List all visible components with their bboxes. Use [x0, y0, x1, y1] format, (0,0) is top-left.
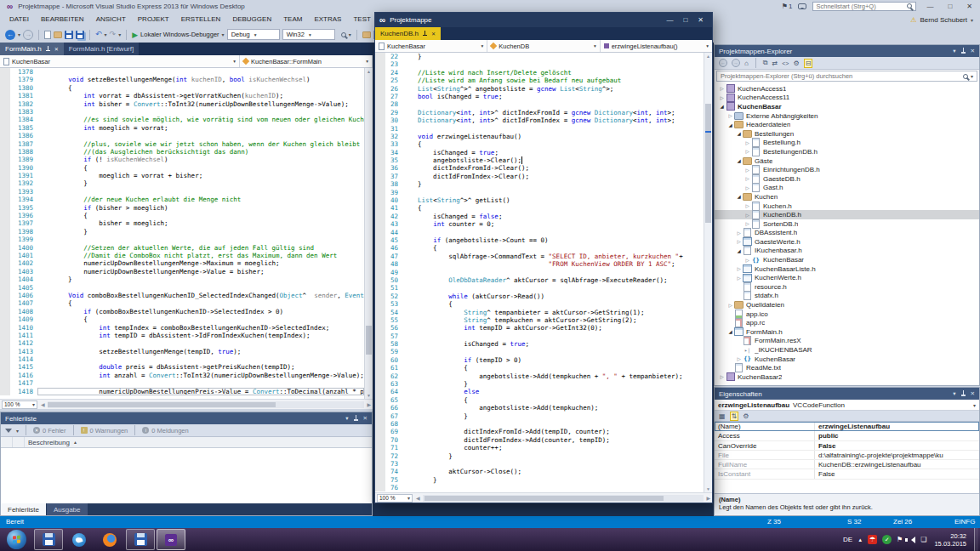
pending-changes-icon[interactable]: ⧉ — [763, 59, 768, 67]
chevron-down-icon[interactable]: ▾ — [953, 390, 955, 397]
scroll-left-icon[interactable]: ◀ — [414, 495, 422, 501]
scrollbar-thumb[interactable] — [366, 326, 372, 355]
tree-item[interactable]: ▷EinrichtungenDB.h — [715, 165, 979, 174]
code-line[interactable]: 1395 if (bisher > moeglich) — [0, 204, 364, 212]
taskbar-app-thunderbird[interactable] — [65, 529, 94, 550]
feedback-icon[interactable] — [798, 3, 806, 9]
chevron-down-icon[interactable]: ▾ — [345, 415, 348, 422]
back-dropdown-icon[interactable]: ▾ — [18, 31, 20, 37]
collapsed-arrow-icon[interactable]: ▷ — [718, 374, 726, 379]
tab-ausgabe[interactable]: Ausgabe — [47, 503, 88, 515]
code-line[interactable]: 1380 { — [0, 84, 364, 92]
new-file-button[interactable] — [44, 31, 51, 39]
tree-item[interactable]: stdafx.h — [715, 292, 979, 301]
code-line[interactable]: 66 angebotsliste->Add(tempkuchen); — [375, 404, 704, 412]
redo-dropdown-icon[interactable]: ▾ — [118, 31, 121, 37]
collapsed-arrow-icon[interactable]: ▷ — [744, 140, 751, 145]
tree-item[interactable]: app.rc — [715, 318, 979, 327]
properties-icon[interactable]: ⚙ — [793, 60, 799, 67]
scrollbar-thumb[interactable] — [424, 496, 664, 501]
tree-item[interactable]: ◢FormMain.h — [715, 327, 979, 337]
code-line[interactable]: 1389 if (! isKuchenWechsel) — [0, 156, 364, 163]
solution-explorer-toolbar-icon[interactable] — [362, 31, 371, 38]
taskbar-clock[interactable]: 20:32 15.03.2015 — [934, 532, 966, 548]
tree-item[interactable]: ▷KuchenDB.h — [715, 210, 979, 219]
collapsed-arrow-icon[interactable]: ▷ — [744, 149, 751, 154]
quick-launch[interactable] — [812, 2, 916, 11]
code-line[interactable]: 45 if (angebotsliste->Count == 0) — [375, 236, 704, 244]
code-line[interactable]: 1399 — [0, 236, 364, 243]
tree-item[interactable]: app.ico — [715, 310, 979, 319]
code-line[interactable]: 1381 int vorrat = dbAssistent->getVorrat… — [0, 92, 364, 99]
save-all-button[interactable] — [76, 31, 84, 39]
code-line[interactable]: 42 isChanged = false; — [375, 213, 704, 220]
code-line[interactable]: 32 void erzwingeListenaufbau() — [375, 133, 704, 140]
code-line[interactable]: 33 { — [375, 140, 704, 148]
menu-debuggen[interactable]: DEBUGGEN — [226, 13, 277, 26]
scroll-down-icon[interactable]: ▼ — [704, 486, 712, 492]
scroll-up-icon[interactable]: ▲ — [704, 53, 712, 60]
horizontal-scrollbar[interactable] — [48, 401, 365, 408]
code-line[interactable]: 70 dictIdFromIndex->Add(counter, tempID)… — [375, 436, 704, 444]
taskbar-app-visual-studio[interactable]: ∞ — [157, 529, 185, 550]
tree-item[interactable]: ReadMe.txt — [715, 363, 979, 372]
code-line[interactable]: 55 String^ tempkuchen = aktCursor->GetSt… — [375, 316, 704, 324]
security-ok-icon[interactable]: ✓ — [882, 535, 892, 544]
code-line[interactable]: 1403 numericUpDownBestellungenMenge->Val… — [0, 268, 364, 276]
tree-item[interactable]: ▷Kuchen.h — [715, 202, 979, 211]
code-line[interactable]: 41 { — [375, 204, 704, 212]
tree-item[interactable]: ▷KuchenBasar — [715, 355, 979, 364]
code-line[interactable]: 38 } — [375, 180, 704, 188]
property-pages-icon[interactable]: ⚙ — [743, 412, 749, 420]
find-in-files-icon[interactable] — [341, 32, 346, 37]
show-desktop-button[interactable] — [974, 528, 978, 551]
tree-item[interactable]: ▷KuchenAccess1 — [715, 84, 979, 94]
expanded-arrow-icon[interactable]: ◢ — [735, 248, 743, 253]
collapsed-arrow-icon[interactable]: ▷ — [744, 221, 751, 226]
collapsed-arrow-icon[interactable]: ▷ — [735, 230, 743, 236]
solution-explorer-search[interactable]: ▾ — [716, 71, 977, 82]
code-line[interactable]: 61 { — [375, 364, 704, 372]
tree-item[interactable]: ▷GaesteDB.h — [715, 174, 979, 184]
code-line[interactable]: 28 — [375, 100, 704, 108]
code-line[interactable]: 1385 int moeglich = vorrat; — [0, 124, 364, 132]
tab-kuchendb-h[interactable]: KuchenDB.h ✕ — [375, 27, 441, 40]
scrollbar-thumb[interactable] — [48, 402, 276, 407]
volume-icon[interactable] — [908, 537, 915, 543]
scrollbar-thumb[interactable] — [705, 104, 711, 223]
antivirus-icon[interactable]: ☂ — [868, 535, 877, 544]
zoom-selector[interactable]: 100 % ▾ — [377, 494, 413, 503]
code-line[interactable]: 44 — [375, 229, 704, 236]
pin-icon[interactable] — [960, 48, 966, 54]
property-row[interactable]: CanOverrideFalse — [715, 441, 979, 451]
minimize-button[interactable]: — — [922, 0, 937, 13]
code-line[interactable]: 1398 } — [0, 228, 364, 236]
code-line[interactable]: 1397 bisher = moeglich; — [0, 219, 364, 227]
code-line[interactable]: 71 counter++; — [375, 444, 704, 452]
code-line[interactable]: 1384 //es sind soviele möglich, wie vorr… — [0, 116, 364, 123]
vertical-scrollbar[interactable]: ▲ ▼ — [364, 68, 373, 399]
code-line[interactable]: 50 OleDbDataReader^ aktCursor = sqlAbfra… — [375, 276, 704, 284]
tree-item[interactable]: ▷BestellungenDB.h — [715, 147, 979, 156]
collapsed-arrow-icon[interactable]: ▷ — [735, 356, 743, 361]
tree-item[interactable]: ▷SortenDB.h — [715, 219, 979, 229]
code-line[interactable]: 34 isChanged = true; — [375, 149, 704, 156]
property-row[interactable]: (Name)erzwingeListenaufbau — [715, 422, 979, 431]
tree-item[interactable]: resource.h — [715, 282, 979, 292]
tree-item[interactable]: ◢Gäste — [715, 156, 979, 166]
tree-item[interactable]: ▷KuchenAccess11 — [715, 94, 979, 103]
code-line[interactable]: 1404 } — [0, 276, 364, 283]
vertical-scrollbar[interactable]: ▲ ▼ — [704, 53, 712, 492]
close-icon[interactable]: ✕ — [363, 415, 368, 422]
code-line[interactable]: 1388 //(das Ausgleichen berücksichtigt d… — [0, 148, 364, 156]
code-line[interactable]: 60 if (tempID > 0) — [375, 356, 704, 364]
collapsed-arrow-icon[interactable]: ▷ — [735, 266, 743, 271]
undo-dropdown-icon[interactable]: ▾ — [105, 31, 107, 37]
code-line[interactable]: 1393 — [0, 188, 364, 196]
floating-title-bar[interactable]: ∞ Projektmappe — □ ✕ — [375, 13, 712, 27]
code-line[interactable]: 43 int counter = 0; — [375, 220, 704, 228]
properties-title-bar[interactable]: Eigenschaften ▾ ✕ — [715, 388, 979, 400]
filter-icon[interactable] — [5, 429, 12, 433]
code-line[interactable]: 53 { — [375, 300, 704, 308]
property-value[interactable]: False — [815, 441, 979, 450]
